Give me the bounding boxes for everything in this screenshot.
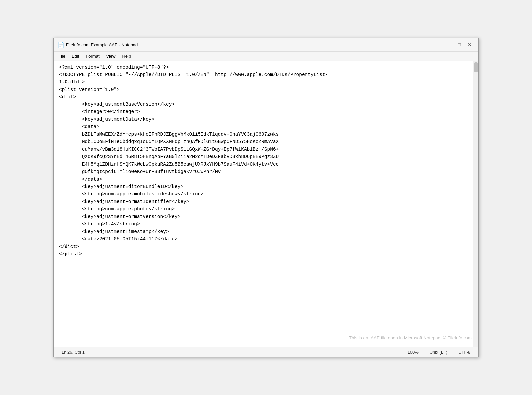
window-title: FileInfo.com Example.AAE - Notepad [66,42,138,47]
menu-help[interactable]: Help [119,52,134,60]
scrollbar-thumb[interactable] [474,62,478,72]
close-button[interactable]: ✕ [465,40,474,49]
watermark-text: This is an .AAE file open in Microsoft N… [349,335,472,340]
app-icon: 📄 [58,42,64,48]
title-bar-left: 📄 FileInfo.com Example.AAE - Notepad [58,42,138,48]
status-encoding: UTF-8 [453,347,476,357]
status-bar: Ln 26, Col 1 100% Unix (LF) UTF-8 [54,347,478,357]
notepad-window: 📄 FileInfo.com Example.AAE - Notepad – □… [53,38,479,357]
text-editor[interactable]: <?xml version="1.0" encoding="UTF-8"?> <… [54,61,473,347]
status-line-ending: Unix (LF) [424,347,453,357]
menu-file[interactable]: File [55,52,68,60]
status-position: Ln 26, Col 1 [56,347,90,357]
scrollbar[interactable] [473,61,478,347]
menu-bar: File Edit Format View Help [54,52,478,61]
menu-edit[interactable]: Edit [68,52,82,60]
minimize-button[interactable]: – [444,40,453,49]
status-zoom: 100% [402,347,424,357]
menu-format[interactable]: Format [82,52,103,60]
menu-view[interactable]: View [103,52,119,60]
title-bar-controls: – □ ✕ [444,40,474,49]
title-bar: 📄 FileInfo.com Example.AAE - Notepad – □… [54,38,478,52]
editor-area: <?xml version="1.0" encoding="UTF-8"?> <… [54,61,478,347]
maximize-button[interactable]: □ [455,40,464,49]
